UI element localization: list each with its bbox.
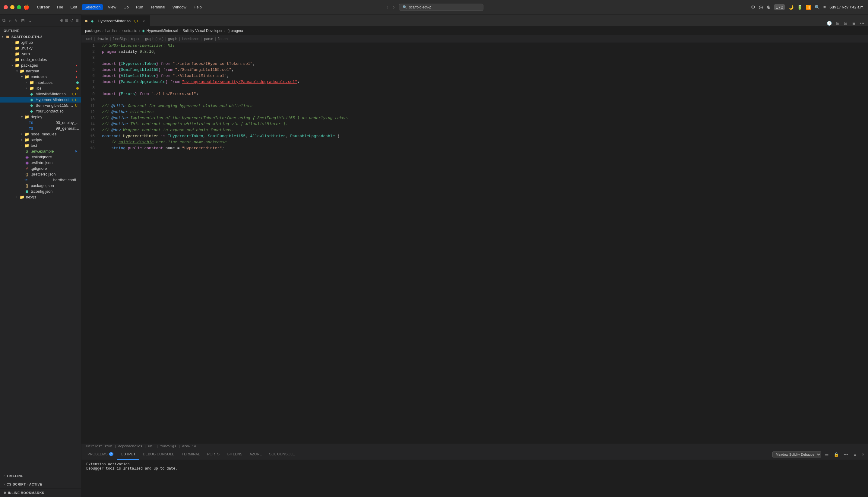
minimize-button[interactable] [10, 5, 14, 9]
sol-parse-link[interactable]: parse [203, 37, 214, 41]
nav-back[interactable]: ‹ [385, 3, 390, 11]
tree-item-github[interactable]: › 📁 .github [0, 40, 81, 45]
timeline-panel[interactable]: › TIMELINE [0, 472, 81, 480]
collapse-icon[interactable]: ⊟ [75, 18, 79, 23]
maximize-button[interactable] [17, 5, 21, 9]
tree-item-nodemodules[interactable]: › 📁 node_modules [0, 131, 81, 137]
menu-help[interactable]: Help [191, 4, 204, 10]
search-mac-icon[interactable]: 🔍 [815, 5, 820, 10]
code-content[interactable]: 1 2 3 4 5 6 7 8 9 10 11 12 13 14 [82, 43, 868, 443]
explorer-icon[interactable]: ⊞ [21, 18, 25, 23]
layout-icon[interactable]: ▣ [851, 20, 857, 26]
breadcrumb-hardhat[interactable]: hardhat [105, 29, 118, 33]
editor-tab-hypercertminter[interactable]: ◆ HypercertMinter.sol 1, U × [82, 15, 150, 26]
panel-tab-problems[interactable]: PROBLEMS 2 [84, 449, 117, 460]
refresh-icon[interactable]: ↺ [70, 18, 74, 23]
close-panel-btn[interactable]: × [861, 452, 866, 457]
tab-close-button[interactable]: × [141, 19, 146, 24]
list-view-btn[interactable]: ☰ [824, 452, 830, 457]
customize-icon[interactable]: ⊞ [835, 20, 841, 26]
nav-forward[interactable]: › [391, 3, 396, 11]
tree-item-hardhatconfig[interactable]: TS hardhat.config.ts [0, 177, 81, 183]
menu-edit[interactable]: Edit [68, 4, 80, 10]
ai-icon[interactable]: ◎ [759, 4, 763, 10]
cs-script-panel[interactable]: › CS-SCRIPT - ACTIVE [0, 480, 81, 488]
menu-view[interactable]: View [105, 4, 118, 10]
sol-graph-this-link[interactable]: graph (this) [144, 37, 165, 41]
search-sidebar-icon[interactable]: ⌕ [9, 18, 12, 23]
menu-cursor[interactable]: Cursor [34, 4, 52, 10]
tree-item-nodemodules-root[interactable]: › 📁 node_modules [0, 57, 81, 62]
sol-report-link[interactable]: report [130, 37, 142, 41]
panel-tab-gitlens[interactable]: GITLENS [223, 449, 246, 460]
tree-item-eslintignore[interactable]: ◉ .eslintignore [0, 154, 81, 160]
panel-tab-sqlconsole[interactable]: SQL CONSOLE [266, 449, 299, 460]
tree-item-test[interactable]: › 📁 test [0, 143, 81, 148]
breadcrumb-packages[interactable]: packages [85, 29, 100, 33]
tree-item-yarn[interactable]: › 📁 .yarn [0, 51, 81, 57]
split-editor-icon[interactable]: ⊟ [843, 20, 849, 26]
new-file-icon[interactable]: ⊕ [60, 18, 63, 23]
tree-item-husky[interactable]: › 📁 .husky [0, 45, 81, 51]
panel-tab-output[interactable]: OUTPUT [117, 449, 139, 460]
tree-item-tsconfig[interactable]: ◼ tsconfig.json [0, 188, 81, 194]
panel-tab-terminal[interactable]: TERMINAL [178, 449, 203, 460]
tree-item-00deploy[interactable]: TS 00_deploy_your_contract.ts [0, 120, 81, 126]
tree-item-nextjs[interactable]: › 📁 nextjs [0, 194, 81, 200]
panel-tab-debugconsole[interactable]: DEBUG CONSOLE [139, 449, 178, 460]
lock-btn[interactable]: 🔒 [833, 452, 840, 457]
tree-item-libs[interactable]: › 📁 libs [0, 85, 81, 91]
tree-item-eslintrc[interactable]: ◉ .eslintrc.json [0, 160, 81, 166]
menu-window[interactable]: Window [170, 4, 189, 10]
source-control-icon[interactable]: ⑂ [15, 18, 17, 23]
menu-selection[interactable]: Selection [82, 4, 103, 10]
sol-graph-link[interactable]: graph [167, 37, 179, 41]
more-sidebar-icon[interactable]: ⌄ [28, 18, 32, 23]
menu-file[interactable]: File [55, 4, 66, 10]
tree-item-hypercertminter[interactable]: ◆ HypercertMinter.sol 1, U [0, 97, 81, 102]
expand-panel-btn[interactable]: ▲ [852, 452, 858, 457]
tree-item-packagejson[interactable]: {} package.json [0, 183, 81, 188]
menu-terminal[interactable]: Terminal [148, 4, 168, 10]
tree-item-deploy[interactable]: ▾ 📁 deploy [0, 114, 81, 120]
tree-root[interactable]: ▾ ◼ SCAFFOLD-ETH-2 [0, 34, 81, 40]
tree-item-hardhat[interactable]: ▾ 📁 hardhat ● [0, 68, 81, 74]
menu-run[interactable]: Run [133, 4, 146, 10]
tree-item-packages[interactable]: ▾ 📁 packages ● [0, 62, 81, 68]
menu-go[interactable]: Go [121, 4, 131, 10]
copy-icon[interactable]: ⧉ [2, 18, 5, 23]
notification-icon[interactable]: 170 [774, 4, 785, 10]
panel-tab-ports[interactable]: PORTS [203, 449, 223, 460]
settings-icon[interactable]: ⊕ [767, 4, 771, 10]
sol-inheritance-link[interactable]: inheritance [181, 37, 201, 41]
extension-icon[interactable]: ⚙ [751, 4, 755, 10]
close-button[interactable] [4, 5, 8, 9]
sol-funcsigs-link[interactable]: funcSigs [112, 37, 128, 41]
breadcrumb-contracts[interactable]: contracts [123, 29, 137, 33]
panel-tab-azure[interactable]: AZURE [246, 449, 266, 460]
tree-item-scripts[interactable]: › 📁 scripts [0, 137, 81, 143]
control-center-icon[interactable]: ≡ [823, 5, 826, 10]
tree-item-yourcontract[interactable]: ◆ YourContract.sol [0, 108, 81, 114]
bookmarks-panel[interactable]: ⊕ INLINE BOOKMARKS [0, 488, 81, 497]
moon-icon[interactable]: 🌙 [788, 5, 794, 10]
search-bar[interactable]: 🔍 scaffold-eth-2 [399, 4, 483, 11]
breadcrumb-solidityvisdev[interactable]: Solidity Visual Developer [183, 29, 223, 33]
more-actions-icon[interactable]: ••• [859, 20, 866, 26]
tree-item-contracts[interactable]: ▾ 📁 contracts ● [0, 74, 81, 80]
tree-item-99generate[interactable]: TS 99_generateTsAbis.ts [0, 126, 81, 131]
more-panel-btn[interactable]: ••• [842, 452, 849, 457]
sol-uml-link[interactable]: uml [85, 37, 93, 41]
new-folder-icon[interactable]: ⊞ [65, 18, 69, 23]
output-selector[interactable]: Meadow Solidity Debugge [772, 452, 821, 457]
breadcrumb-filename[interactable]: HypercertMinter.sol [146, 29, 177, 33]
battery-icon[interactable]: 🔋 [797, 5, 802, 10]
tree-item-env[interactable]: $ .env.example M [0, 148, 81, 154]
sol-drawio-link[interactable]: draw.io [95, 37, 109, 41]
tree-item-allowlistminter[interactable]: ◆ AllowlistMinter.sol 1, U [0, 91, 81, 97]
tree-item-prettierrc[interactable]: {} .prettierrc.json [0, 171, 81, 177]
history-icon[interactable]: 🕐 [825, 20, 833, 26]
wifi-icon[interactable]: 📶 [806, 5, 811, 10]
sol-flatten-link[interactable]: flatten [216, 37, 229, 41]
tree-item-interfaces[interactable]: › 📁 interfaces [0, 80, 81, 85]
